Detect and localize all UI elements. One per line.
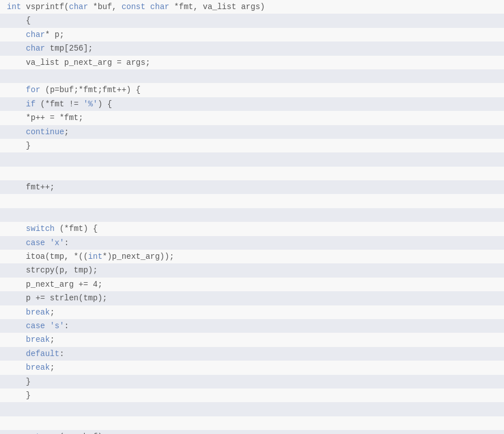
keyword: break xyxy=(26,335,50,344)
code-text: vsprintf( xyxy=(21,2,69,11)
code-line: itoa(tmp, *((int*)p_next_arg)); xyxy=(0,250,504,263)
code-line: p += strlen(tmp); xyxy=(0,291,504,305)
keyword: break xyxy=(26,308,50,317)
code-text: strcpy(p, tmp); xyxy=(7,266,98,275)
code-text: tmp[256]; xyxy=(45,44,93,53)
code-line: case 'x': xyxy=(0,236,504,250)
code-lines: int vsprintf(char *buf, const char *fmt,… xyxy=(0,0,504,434)
code-text: : xyxy=(59,349,64,358)
keyword: const xyxy=(122,2,146,11)
code-text: p += strlen(tmp); xyxy=(7,294,107,303)
code-text: (*fmt) { xyxy=(55,224,98,233)
code-line: if (*fmt != '%') { xyxy=(0,97,504,111)
code-line: *p++ = *fmt; xyxy=(0,111,504,125)
code-text: fmt++; xyxy=(7,183,55,192)
code-line: break; xyxy=(0,333,504,346)
code-text: p_next_arg += 4; xyxy=(7,280,102,289)
code-line: strcpy(p, tmp); xyxy=(0,263,504,277)
code-line: p_next_arg += 4; xyxy=(0,278,504,291)
code-line: return (p - buf); xyxy=(0,430,504,434)
code-text: *)p_next_arg)); xyxy=(102,252,174,261)
code-line: char* p; xyxy=(0,28,504,42)
code-text: *buf, xyxy=(88,2,122,11)
keyword: for xyxy=(26,85,40,94)
code-text: ; xyxy=(50,308,55,317)
keyword: case xyxy=(26,238,46,247)
code-line: break; xyxy=(0,305,504,319)
code-block: int vsprintf(char *buf, const char *fmt,… xyxy=(0,0,504,434)
keyword: int xyxy=(88,252,102,261)
code-text xyxy=(7,224,26,233)
code-text xyxy=(45,238,49,247)
code-line: int vsprintf(char *buf, const char *fmt,… xyxy=(0,0,504,14)
code-line xyxy=(0,194,504,208)
code-text xyxy=(7,238,26,247)
code-text: ; xyxy=(50,363,55,372)
code-line: break; xyxy=(0,361,504,374)
code-text xyxy=(7,308,26,317)
keyword: break xyxy=(26,363,50,372)
code-text: ) { xyxy=(98,100,112,109)
code-text xyxy=(7,127,26,137)
code-text: (p=buf;*fmt;fmt++) { xyxy=(40,85,141,94)
code-text xyxy=(7,44,26,53)
code-line: char tmp[256]; xyxy=(0,42,504,55)
code-text: *p++ = *fmt; xyxy=(7,113,83,122)
code-text: } xyxy=(7,141,31,150)
code-line xyxy=(0,69,504,83)
keyword: char xyxy=(69,2,88,11)
code-line: for (p=buf;*fmt;fmt++) { xyxy=(0,83,504,97)
code-text xyxy=(7,85,26,94)
code-text: * p; xyxy=(45,30,64,39)
keyword: switch xyxy=(26,224,55,233)
code-line: case 's': xyxy=(0,319,504,333)
string-literal: 's' xyxy=(50,321,64,330)
keyword: if xyxy=(26,100,36,109)
code-text: itoa(tmp, *(( xyxy=(7,252,88,261)
code-text: { xyxy=(7,16,31,25)
code-line: } xyxy=(0,375,504,388)
code-text: *fmt, va_list args) xyxy=(170,2,265,11)
code-text: ; xyxy=(50,335,55,344)
keyword: continue xyxy=(26,127,64,137)
code-text: } xyxy=(7,391,31,400)
code-text xyxy=(45,321,49,330)
code-line: fmt++; xyxy=(0,180,504,194)
code-line: continue; xyxy=(0,125,504,139)
code-text xyxy=(146,2,150,11)
code-text xyxy=(7,363,26,372)
code-line xyxy=(0,416,504,430)
keyword: char xyxy=(150,2,170,11)
code-line xyxy=(0,152,504,166)
keyword: char xyxy=(26,44,46,53)
code-text xyxy=(7,335,26,344)
code-text: } xyxy=(7,377,31,386)
code-text: : xyxy=(64,238,69,247)
keyword: int xyxy=(7,2,21,11)
code-line xyxy=(0,402,504,416)
code-line: default: xyxy=(0,347,504,361)
keyword: char xyxy=(26,30,46,39)
code-text xyxy=(7,100,26,109)
code-line: } xyxy=(0,139,504,152)
code-line: switch (*fmt) { xyxy=(0,222,504,235)
code-text: (*fmt != xyxy=(35,100,83,109)
code-text xyxy=(7,30,26,39)
code-text xyxy=(7,321,26,330)
string-literal: '%' xyxy=(83,100,97,109)
code-text: : xyxy=(64,321,69,330)
string-literal: 'x' xyxy=(50,238,64,247)
code-text: ; xyxy=(64,127,69,137)
code-text: va_list p_next_arg = args; xyxy=(7,58,150,67)
keyword: default xyxy=(26,349,60,358)
code-text xyxy=(7,349,26,358)
code-line xyxy=(0,167,504,180)
code-line: va_list p_next_arg = args; xyxy=(0,56,504,69)
code-line: } xyxy=(0,388,504,402)
code-line xyxy=(0,208,504,222)
keyword: case xyxy=(26,321,46,330)
code-line: { xyxy=(0,14,504,27)
